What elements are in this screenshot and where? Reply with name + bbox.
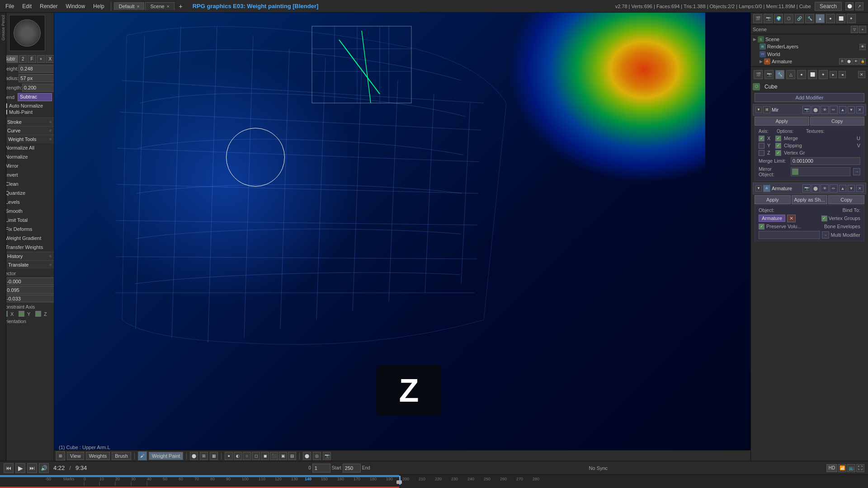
menu-window[interactable]: Window (62, 2, 89, 10)
arm-edit-btn[interactable]: ✏ (830, 184, 838, 192)
play-btn[interactable]: ▶ (15, 463, 25, 473)
signal-icon[interactable]: 📶 (838, 464, 846, 472)
tool-fix-deforms[interactable]: Fix Deforms (0, 225, 54, 234)
menu-edit[interactable]: Edit (19, 2, 35, 10)
tool-normalize-all[interactable]: Normalize All (0, 143, 54, 152)
grid-icon[interactable]: ⊞ (200, 452, 208, 460)
renderlayers-vis-icon[interactable]: 👁 (859, 44, 866, 50)
props-tab-material[interactable]: ● (797, 70, 806, 79)
clock-icon[interactable]: 🕐 (845, 2, 854, 10)
texture-icon[interactable]: ▦ (210, 452, 218, 460)
share-icon[interactable]: ↗ (855, 2, 863, 10)
curve-section-header[interactable]: ▶ Curve ≡ (0, 126, 54, 135)
view-btn[interactable]: View (67, 452, 84, 460)
mirror-y-check[interactable] (759, 143, 764, 149)
brush-tab-f[interactable]: F (28, 55, 36, 63)
props-tab-tex[interactable]: ⬜ (808, 70, 817, 79)
arm-down-btn[interactable]: ▼ (848, 185, 855, 192)
arm-object-tag[interactable]: Armature (759, 215, 785, 222)
weight-tools-section-header[interactable]: ▼ Weight Tools ≡ (0, 135, 54, 143)
mirror-cam-icon[interactable]: 📷 (802, 106, 811, 114)
weight-paint-btn[interactable]: Weight Paint (149, 452, 183, 460)
mirror-collapse-btn[interactable]: ▼ (755, 107, 762, 113)
translate-section-header[interactable]: ▼ Translate ≡ (0, 260, 54, 269)
shading-btn-4[interactable]: ◻ (252, 452, 260, 460)
add-modifier-btn[interactable]: Add Modifier (755, 93, 864, 102)
stroke-section-header[interactable]: ▶ Stroke ≡ (0, 117, 54, 126)
shading-btn-3[interactable]: ○ (243, 452, 251, 460)
mirror-apply-btn[interactable]: Apply (755, 117, 809, 126)
timeline-ruler[interactable]: -50 Marks 0 10 20 30 40 50 60 70 80 90 1… (0, 475, 868, 488)
mirror-vis-icon[interactable]: 👁 (821, 106, 829, 114)
constraint-z-check[interactable] (35, 311, 41, 317)
tree-item-armature[interactable]: ▶ A Armature R ⬤ 👁 🔒 (753, 58, 866, 65)
props-expand-icon[interactable]: ▸ (830, 71, 837, 78)
shading-btn-5[interactable]: ◼ (261, 452, 269, 460)
next-keyframe-btn[interactable]: ⏭ (27, 463, 37, 473)
tab-scene-close-icon[interactable]: × (167, 4, 170, 9)
arm-apply-as-btn[interactable]: Apply as Sh... (792, 195, 828, 204)
preserve-vol-check[interactable]: ✓ (759, 224, 764, 230)
arm-copy-btn[interactable]: Copy (828, 195, 864, 204)
mirror-object-input[interactable] (791, 167, 850, 176)
merge-limit-input[interactable] (791, 157, 860, 165)
tab-default[interactable]: Default × (114, 2, 145, 10)
vector-x-input[interactable] (5, 277, 54, 285)
mirror-down-btn[interactable]: ▼ (848, 106, 855, 113)
props-particles-icon[interactable]: ✦ (847, 14, 856, 23)
props-texture-icon[interactable]: ⬜ (836, 14, 845, 23)
tool-mirror[interactable]: Mirror (0, 161, 54, 170)
sphere-icon[interactable]: ⬤ (190, 452, 198, 460)
vertexgr-check[interactable]: ✓ (775, 150, 781, 156)
shading-btn-1[interactable]: ● (225, 452, 233, 460)
tool-normalize[interactable]: Normalize (0, 152, 54, 161)
shading-btn-2[interactable]: ◐ (234, 452, 242, 460)
audio-btn[interactable]: 🔊 (39, 463, 49, 473)
tool-weight-gradient[interactable]: Weight Gradient (0, 234, 54, 243)
brush-btn[interactable]: Brush (112, 452, 131, 460)
history-section-header[interactable]: ▶ History ≡ (0, 252, 54, 260)
tool-levels[interactable]: Levels (0, 197, 54, 206)
mirror-edit-icon[interactable]: ✏ (830, 106, 838, 114)
props-collapse-icon[interactable]: ◂ (839, 71, 846, 78)
blend-select[interactable]: Subtrac (18, 93, 52, 101)
vertex-groups-check[interactable]: ✓ (821, 216, 827, 221)
props-world-icon[interactable]: 🌍 (774, 14, 783, 23)
shading-btn-7[interactable]: ▣ (279, 452, 287, 460)
search-button[interactable]: Search (815, 2, 842, 11)
start-frame-input[interactable] (312, 464, 330, 473)
prev-keyframe-btn[interactable]: ⏮ (4, 463, 14, 473)
props-tab-scene[interactable]: 🎬 (754, 70, 763, 79)
constraint-y-check[interactable] (19, 311, 24, 317)
tool-invert[interactable]: Invert (0, 170, 54, 179)
end-frame-input[interactable] (343, 464, 361, 473)
tree-item-world[interactable]: W World (753, 51, 866, 58)
tree-item-renderlayers[interactable]: R RenderLayers 👁 (753, 43, 866, 51)
props-tab-mesh[interactable]: △ (786, 70, 795, 79)
cast-icon[interactable]: 📺 (847, 464, 855, 472)
multi-mod-input[interactable] (759, 231, 820, 239)
menu-file[interactable]: File (2, 2, 18, 10)
weights-btn[interactable]: Weights (86, 452, 110, 460)
mirror-z-check[interactable] (759, 150, 764, 156)
viewport[interactable]: Z (1) Cube : Upper Arm.L (54, 13, 750, 452)
weight-input[interactable] (19, 65, 54, 73)
tool-transfer-weights[interactable]: Transfer Weights (0, 243, 54, 252)
merge-check[interactable]: ✓ (775, 136, 781, 141)
arm-render-icon-btn[interactable]: ⬤ (811, 184, 820, 192)
scene-add-icon[interactable]: + (859, 26, 866, 33)
shading-btn-8[interactable]: ▤ (288, 452, 296, 460)
props-tab-render[interactable]: 📷 (764, 70, 774, 79)
props-tab-part[interactable]: ✦ (819, 70, 828, 79)
add-tab-btn[interactable]: + (175, 2, 186, 11)
props-mesh-icon[interactable]: ▲ (816, 14, 825, 23)
paint-icon[interactable]: 🖌 (138, 451, 147, 460)
clipping-check[interactable]: ✓ (775, 143, 781, 149)
fullscreen-icon[interactable]: ⛶ (856, 464, 864, 472)
mode-icon[interactable]: ⊞ (56, 451, 65, 460)
vector-y-input[interactable] (5, 286, 54, 294)
strength-input[interactable] (22, 84, 54, 92)
tree-item-scene[interactable]: ▶ S Scene (753, 36, 866, 43)
mirror-object-arrow[interactable]: → (853, 168, 860, 175)
arm-vis-icon[interactable]: R (839, 58, 845, 65)
